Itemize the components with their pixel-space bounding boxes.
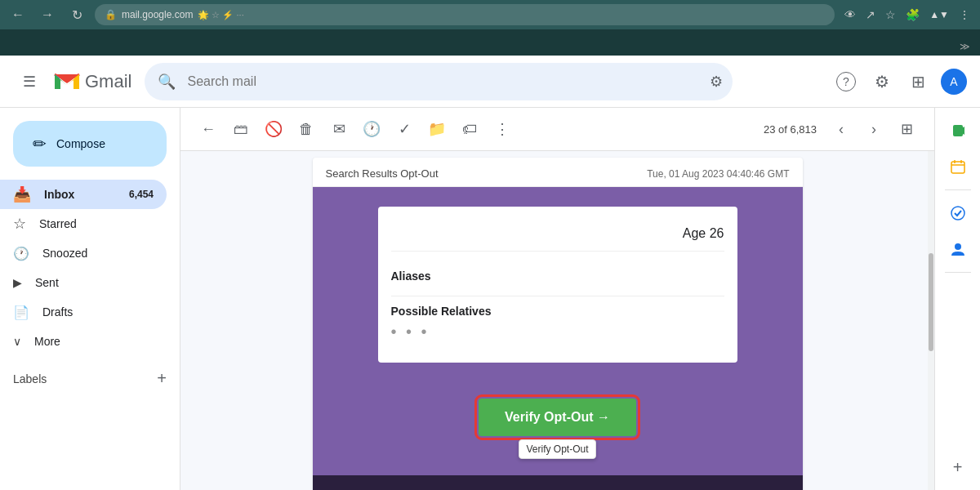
calendar-icon-btn[interactable] bbox=[942, 150, 974, 183]
scroll-thumb[interactable] bbox=[929, 253, 933, 351]
browser-chrome: ← → ↻ 🔒 mail.google.com 🌟 ☆ ⚡ ··· 👁 ↗ ☆ … bbox=[0, 0, 980, 29]
url-extra: 🌟 ☆ ⚡ ··· bbox=[198, 10, 243, 20]
inbox-icon: 📥 bbox=[13, 185, 31, 203]
gmail-right-panel: + bbox=[934, 108, 980, 490]
apps-button[interactable]: ⊞ bbox=[902, 65, 934, 98]
contacts-icon-btn[interactable] bbox=[942, 233, 974, 265]
labels-section: Labels + bbox=[0, 363, 180, 394]
snooze-button[interactable]: 🕐 bbox=[357, 114, 386, 144]
spam-icon: 🚫 bbox=[265, 120, 283, 138]
aliases-section: Aliases bbox=[391, 261, 724, 296]
label-icon: 🏷 bbox=[462, 121, 477, 138]
view-options-button[interactable]: ⊞ bbox=[892, 114, 921, 144]
help-button[interactable]: ? bbox=[830, 65, 862, 98]
forward-arrow-icon: → bbox=[41, 7, 54, 22]
age-display: Age 26 bbox=[391, 220, 724, 252]
browser-more-icon[interactable]: ⋮ bbox=[956, 5, 973, 24]
add-app-button[interactable]: + bbox=[942, 451, 974, 483]
meet-icon-btn[interactable] bbox=[942, 114, 974, 147]
sent-icon: ▶ bbox=[13, 276, 22, 289]
gmail-app-name: Gmail bbox=[85, 71, 131, 92]
url-text: mail.google.com bbox=[122, 9, 193, 20]
reload-icon: ↻ bbox=[72, 7, 82, 23]
tasks-icon bbox=[950, 205, 966, 221]
email-sender: Search Results Opt-Out bbox=[326, 167, 439, 180]
move-to-button[interactable]: 📁 bbox=[422, 114, 452, 144]
add-task-button[interactable]: ✓ bbox=[390, 114, 419, 144]
verify-tooltip: Verify Opt-Out bbox=[519, 439, 595, 459]
search-filter-icon[interactable]: ⚙ bbox=[710, 73, 723, 91]
snooze-clock-icon: 🕐 bbox=[363, 120, 381, 138]
aliases-title: Aliases bbox=[391, 270, 724, 283]
tab-bar: ≫ bbox=[0, 29, 980, 56]
email-toolbar: ← 🗃 🚫 🗑 ✉ 🕐 ✓ bbox=[180, 108, 934, 151]
scroll-track[interactable] bbox=[928, 151, 934, 490]
chevron-down-icon: ∨ bbox=[13, 335, 21, 348]
archive-button[interactable]: 🗃 bbox=[226, 114, 256, 144]
address-bar[interactable]: 🔒 mail.google.com 🌟 ☆ ⚡ ··· bbox=[95, 4, 835, 25]
prev-email-button[interactable]: ‹ bbox=[826, 114, 856, 144]
gmail-header-right: ? ⚙ ⊞ A bbox=[830, 65, 967, 98]
email-body-content: Age 26 Aliases Possible Relatives • • • bbox=[313, 187, 803, 382]
sidebar-item-snoozed[interactable]: 🕐 Snoozed bbox=[0, 238, 167, 268]
extensions-icon[interactable]: 🧩 bbox=[902, 5, 923, 24]
more-label: More bbox=[34, 335, 60, 348]
inbox-label: Inbox bbox=[44, 188, 74, 201]
gmail-main: ← 🗃 🚫 🗑 ✉ 🕐 ✓ bbox=[180, 108, 934, 490]
email-icon: ✉ bbox=[333, 120, 345, 138]
settings-button[interactable]: ⚙ bbox=[866, 65, 898, 98]
compose-pencil-icon: ✏ bbox=[33, 134, 47, 154]
account-icon[interactable]: ▲▼ bbox=[926, 6, 952, 24]
sidebar-item-inbox[interactable]: 📥 Inbox 6,454 bbox=[0, 180, 167, 209]
browser-forward-button[interactable]: → bbox=[36, 3, 59, 26]
label-button[interactable]: 🏷 bbox=[455, 114, 484, 144]
tab-expand-button[interactable]: ≫ bbox=[956, 38, 973, 56]
panel-divider-2 bbox=[945, 272, 971, 273]
email-count: 23 of 6,813 bbox=[764, 123, 817, 136]
gmail-container: ☰ Gmail 🔍 ⚙ bbox=[0, 56, 980, 490]
labels-add-button[interactable]: + bbox=[157, 369, 167, 388]
panel-divider bbox=[945, 189, 971, 190]
compose-button[interactable]: ✏ Compose bbox=[13, 121, 167, 167]
possible-relatives-title: Possible Relatives bbox=[391, 305, 724, 318]
gmail-menu-button[interactable]: ☰ bbox=[13, 65, 46, 98]
svg-rect-8 bbox=[951, 162, 964, 173]
sidebar-item-more[interactable]: ∨ More bbox=[0, 327, 167, 356]
bookmark-icon[interactable]: ☆ bbox=[882, 5, 899, 24]
back-arrow-icon: ← bbox=[11, 7, 24, 22]
gmail-body: ✏ Compose 📥 Inbox 6,454 ☆ Starred 🕐 Snoo… bbox=[0, 108, 980, 490]
search-input[interactable] bbox=[145, 63, 733, 100]
delete-button[interactable]: 🗑 bbox=[292, 114, 321, 144]
sidebar-item-sent[interactable]: ▶ Sent bbox=[0, 268, 167, 297]
next-email-button[interactable]: › bbox=[859, 114, 889, 144]
browser-right-icons: 👁 ↗ ☆ 🧩 ▲▼ ⋮ bbox=[841, 5, 973, 24]
verify-opt-out-button[interactable]: Verify Opt-Out → bbox=[479, 399, 636, 436]
email-info-card: Age 26 Aliases Possible Relatives • • • bbox=[378, 207, 737, 363]
task-check-icon: ✓ bbox=[399, 120, 411, 138]
eye-icon[interactable]: 👁 bbox=[841, 5, 859, 24]
email-action-button[interactable]: ✉ bbox=[324, 114, 354, 144]
sidebar-item-drafts[interactable]: 📄 Drafts bbox=[0, 297, 167, 327]
meet-icon bbox=[950, 122, 966, 139]
compose-label: Compose bbox=[56, 137, 105, 150]
gmail-m-logo bbox=[52, 67, 82, 96]
more-dots-icon: ⋮ bbox=[495, 120, 510, 138]
browser-reload-button[interactable]: ↻ bbox=[65, 3, 88, 26]
avatar[interactable]: A bbox=[941, 69, 967, 95]
starred-label: Starred bbox=[39, 217, 77, 230]
share-icon[interactable]: ↗ bbox=[862, 5, 879, 24]
back-to-inbox-button[interactable]: ← bbox=[194, 114, 223, 144]
gmail-search-bar[interactable]: 🔍 ⚙ bbox=[145, 63, 733, 100]
browser-back-button[interactable]: ← bbox=[7, 3, 29, 26]
drafts-icon: 📄 bbox=[13, 305, 29, 320]
trash-icon: 🗑 bbox=[299, 121, 314, 138]
tasks-icon-btn[interactable] bbox=[942, 197, 974, 229]
email-card: Search Results Opt-Out Tue, 01 Aug 2023 … bbox=[313, 158, 803, 490]
sidebar-item-starred[interactable]: ☆ Starred bbox=[0, 209, 167, 238]
spam-button[interactable]: 🚫 bbox=[259, 114, 288, 144]
verify-area: Verify Opt-Out → Verify Opt-Out bbox=[313, 382, 803, 475]
drafts-label: Drafts bbox=[42, 305, 73, 318]
star-icon: ☆ bbox=[13, 215, 26, 233]
more-actions-button[interactable]: ⋮ bbox=[488, 114, 517, 144]
lock-icon: 🔒 bbox=[105, 9, 117, 20]
